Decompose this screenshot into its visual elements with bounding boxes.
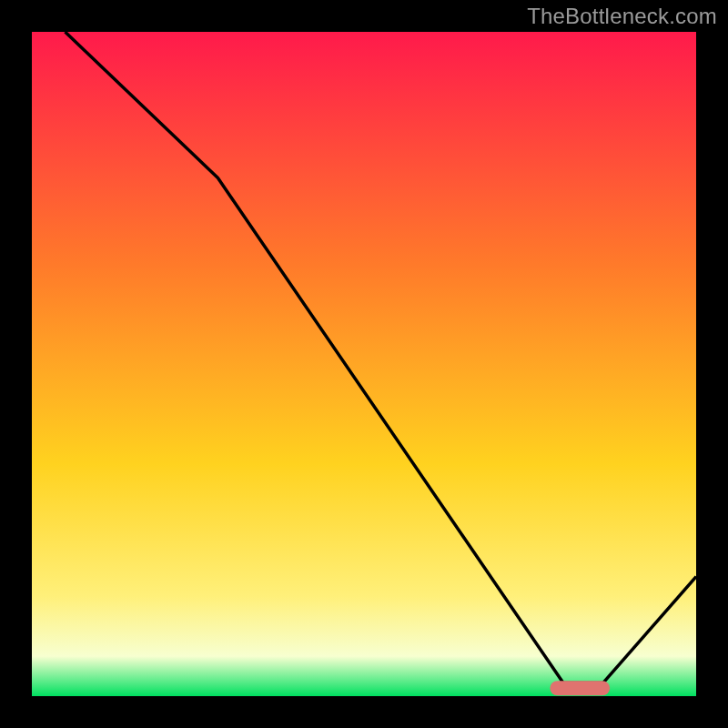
plot-svg [32,32,696,696]
watermark-label: TheBottleneck.com [527,4,717,29]
chart-frame: TheBottleneck.com [0,0,728,728]
gradient-background [32,32,696,696]
optimal-range-marker [550,681,610,695]
plot-area [32,32,696,696]
